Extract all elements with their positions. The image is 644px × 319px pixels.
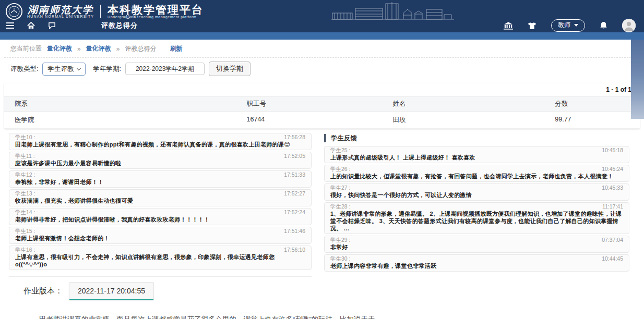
feedback-card: 学生27 : 10:45:33 很好，快问快答是一个很好的方式，可以让人变的激情 <box>324 183 629 201</box>
clothes-icon[interactable] <box>528 22 536 30</box>
feedback-list: 学生25 : 10:45:18 上课形式真的超级吸引人！ 上课上得超级好！ 喜欢… <box>324 146 629 272</box>
comment-author: 学生16 : <box>15 247 35 253</box>
homework-version-button[interactable]: 2022-11-17 20:04:55 <box>69 282 154 300</box>
eval-type-label: 评教类型: <box>10 65 38 73</box>
school-building-icon[interactable] <box>504 22 513 30</box>
column-header-department: 院系 <box>4 96 236 112</box>
comment-timestamp: 10:45:18 <box>602 147 623 154</box>
comment-author: 学生12 : <box>15 171 35 178</box>
nav-right: 教师 <box>504 19 636 32</box>
page: 湖南师范大学 HUNAN NORMAL UNIVERSITY 本科教学管理平台 … <box>0 0 644 319</box>
cell-name: 田玫 <box>383 112 545 128</box>
university-name-zh: 湖南师范大学 <box>27 4 94 15</box>
feedback-card: 学生30 : 10:44:45 老师上课内容非常有趣，课堂也非常活跃 <box>324 254 629 272</box>
comment-card: 学生15 : 17:51:46 老师上课很有激情！会想念老师的！ <box>9 227 312 244</box>
comment-card: 学生11 : 17:52:05 应该是许多课中压力最小最容易听懂的啦 <box>9 152 312 169</box>
eval-type-select[interactable]: 学生评教 <box>42 63 86 76</box>
breadcrumb-link-2[interactable]: 量化评教 <box>86 44 111 53</box>
comment-text: 田老师上课很有意思，有精心制作的ppt和有趣的视频，还有老师认真备的课，真的很喜… <box>15 141 305 148</box>
comment-timestamp: 10:45:33 <box>602 185 623 191</box>
breadcrumb-current: 评教总得分 <box>125 44 156 53</box>
university-seal-logo <box>5 3 23 20</box>
breadcrumb-separator: » <box>116 45 120 53</box>
role-label: 教师 <box>558 21 570 30</box>
breadcrumb-separator: » <box>77 45 81 53</box>
home-icon[interactable] <box>27 22 35 29</box>
comment-timestamp: 10:44:45 <box>602 255 623 262</box>
comment-card: 学生16 : 17:56:10 上课有意思，很有吸引力，不会走神，知识点讲解很有… <box>9 246 312 270</box>
comment-timestamp: 17:56:28 <box>284 134 305 141</box>
column-header-score: 分数 <box>544 96 640 112</box>
comment-timestamp: 10:45:24 <box>602 166 623 173</box>
feedback-title: 学生反馈 <box>331 134 357 143</box>
comment-text: 上课形式真的超级吸引人！ 上课上得超级好！ 喜欢喜欢 <box>330 154 623 161</box>
notifications-bell-icon[interactable] <box>600 21 607 30</box>
column-header-staff-id: 职工号 <box>236 96 383 112</box>
tab-actions: × <box>125 14 137 20</box>
tab-close-icon[interactable]: × <box>133 15 137 20</box>
eval-type-value: 学生评教 <box>47 65 74 73</box>
comment-list-left: 学生10 : 17:56:28 田老师上课很有意思，有精心制作的ppt和有趣的视… <box>9 133 312 270</box>
comment-author: 学生30 : <box>330 255 351 262</box>
comment-author: 学生26 : <box>330 166 351 173</box>
term-label: 学年学期: <box>93 65 121 73</box>
section-marker <box>324 134 326 142</box>
comment-text: 上课有意思，很有吸引力，不会走神，知识点讲解很有意思，很形象，印象深刻，很幸运遇… <box>15 253 305 268</box>
comment-card: 学生10 : 17:56:28 田老师上课很有意思，有精心制作的ppt和有趣的视… <box>9 133 312 150</box>
comments-section: 学生10 : 17:56:28 田老师上课很有意思，有精心制作的ppt和有趣的视… <box>0 129 644 300</box>
comment-author: 学生15 : <box>15 228 35 235</box>
comment-text: 泰裤辣，非常好，谢谢田老师！！ <box>15 178 305 186</box>
comment-author: 学生14 : <box>15 209 35 216</box>
feedback-column: 学生反馈 学生25 : 10:45:18 上课形式真的超级吸引人！ 上课上得超级… <box>324 133 629 272</box>
cell-department: 医学院 <box>4 112 236 128</box>
feedback-bubble-icon[interactable] <box>48 22 56 29</box>
comment-timestamp: 11:17:41 <box>602 203 623 210</box>
background-image-strip <box>631 40 644 119</box>
brand-bar: 湖南师范大学 HUNAN NORMAL UNIVERSITY 本科教学管理平台 … <box>0 0 644 20</box>
university-name-en: HUNAN NORMAL UNIVERSITY <box>27 15 94 18</box>
feedback-card: 学生28 : 11:17:41 1、老师讲课非常的形象，通俗易懂。 2、上课期间… <box>324 202 629 234</box>
comment-author: 学生13 : <box>15 190 35 197</box>
comment-author: 学生11 : <box>15 153 35 160</box>
menu-icon[interactable] <box>6 22 14 29</box>
nav-bar: × 评教总得分 教师 <box>0 20 644 32</box>
chevron-down-icon <box>574 24 578 27</box>
tab-evaluation-score[interactable]: × 评教总得分 <box>101 21 138 30</box>
comment-author: 学生29 : <box>330 237 351 243</box>
comment-text: 老师上课内容非常有趣，课堂也非常活跃 <box>330 262 623 269</box>
breadcrumb-prefix: 您当前位置 <box>10 44 42 53</box>
chevron-down-icon <box>77 66 81 70</box>
pagination-info: 1 - 1 of 1 <box>4 83 640 96</box>
feedback-card: 学生25 : 10:45:18 上课形式真的超级吸引人！ 上课上得超级好！ 喜欢… <box>324 146 629 163</box>
comment-text: 很好，快问快答是一个很好的方式，可以让人变的激情 <box>330 191 623 199</box>
comment-text: 1、老师讲课非常的形象，通俗易懂。 2、上课期间视频播放既方便我们理解知识，也增… <box>330 210 623 232</box>
term-input[interactable] <box>125 63 205 75</box>
comment-text: 收获满满，很充实，老师讲得很生动也很可爱 <box>15 197 305 204</box>
comment-text: 老师讲得非常好，把知识点讲得很清晰，我真的好喜欢玫玫老师！！！！！ <box>15 216 305 223</box>
bottom-comment-paragraph: 田老师讲课真的非常棒，而且每次上课都感觉是花了很多心思的，课堂上也有许多“刺激”… <box>39 314 378 319</box>
nav-left: × 评教总得分 <box>6 21 138 30</box>
breadcrumb-link-1[interactable]: 量化评教 <box>47 44 72 53</box>
refresh-link[interactable]: 刷新 <box>170 44 182 53</box>
avatar[interactable] <box>622 19 636 32</box>
comment-card: 学生13 : 17:52:27 收获满满，很充实，老师讲得很生动也很可爱 <box>9 189 312 206</box>
column-header-name: 姓名 <box>383 96 545 112</box>
score-table-card: 1 - 1 of 1 院系 职工号 姓名 分数 医学院 16744 田玫 99.… <box>4 83 640 129</box>
platform-title: 本科教学管理平台 Undergraduate teaching manageme… <box>108 4 204 19</box>
comment-timestamp: 17:52:24 <box>284 209 305 216</box>
comment-text: 非常好 <box>330 243 623 251</box>
comment-text: 上的知识量比较大，但课堂很有趣，有抢答，有回答问题，也会请同学上去演示，老师也负… <box>330 173 623 180</box>
comment-author: 学生27 : <box>330 185 351 191</box>
comment-timestamp: 17:56:10 <box>284 247 305 253</box>
comment-timestamp: 17:51:33 <box>284 171 305 178</box>
content-panel: 您当前位置 量化评教 » 量化评教 » 评教总得分 刷新 评教类型: 学生评教 … <box>4 40 631 80</box>
role-dropdown[interactable]: 教师 <box>551 19 585 32</box>
tab-label: 评教总得分 <box>101 21 138 29</box>
comment-author: 学生28 : <box>330 203 351 210</box>
comment-card: 学生12 : 17:51:33 泰裤辣，非常好，谢谢田老师！！ <box>9 170 312 188</box>
switch-term-button[interactable]: 切换学期 <box>209 62 251 76</box>
tab-refresh-icon[interactable] <box>125 14 130 20</box>
university-name: 湖南师范大学 HUNAN NORMAL UNIVERSITY <box>27 4 94 18</box>
table-row[interactable]: 医学院 16744 田玫 99.77 <box>4 112 640 129</box>
cell-staff-id: 16744 <box>236 112 383 128</box>
